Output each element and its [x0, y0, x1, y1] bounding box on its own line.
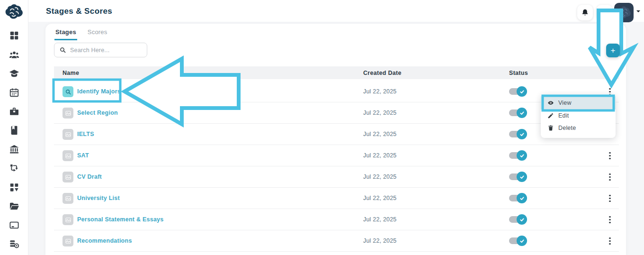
- stage-name-link[interactable]: Personal Statement & Essays: [77, 216, 164, 223]
- stage-name-link[interactable]: IELTS: [77, 131, 94, 137]
- created-date: Jul 22, 2025: [363, 216, 397, 223]
- sidebar-item-dashboard-icon[interactable]: [9, 30, 19, 41]
- row-actions-kebab-icon[interactable]: [605, 230, 615, 252]
- avatar-dropdown-caret-icon[interactable]: [636, 10, 640, 14]
- table-row: Select Region Jul 22, 2025: [54, 102, 619, 124]
- table-row: SAT Jul 22, 2025: [54, 145, 619, 166]
- stage-image-icon: [63, 236, 73, 246]
- pencil-icon: [547, 112, 554, 119]
- stage-name-link[interactable]: Recommendations: [77, 237, 132, 244]
- sidebar-item-bank-icon[interactable]: [9, 144, 19, 155]
- table-row: CV Draft Jul 22, 2025: [54, 166, 619, 188]
- status-toggle[interactable]: [509, 236, 527, 246]
- column-header-status: Status: [509, 70, 528, 76]
- table-row: IELTS Jul 22, 2025: [54, 124, 619, 145]
- sidebar-item-folder-icon[interactable]: [9, 201, 19, 211]
- stage-image-icon: [63, 150, 73, 161]
- sidebar-item-users-icon[interactable]: [9, 49, 19, 60]
- created-date: Jul 22, 2025: [363, 173, 397, 180]
- row-actions-kebab-icon[interactable]: [605, 188, 615, 209]
- table-header: NameCreated DateStatus: [54, 66, 619, 79]
- stage-name-link[interactable]: University List: [77, 195, 120, 201]
- table-row: Personal Statement & Essays Jul 22, 2025: [54, 209, 619, 230]
- menu-item-view[interactable]: View: [541, 96, 616, 109]
- stage-name-link[interactable]: Select Region: [77, 109, 118, 116]
- sidebar-item-calendar-icon[interactable]: [9, 87, 19, 98]
- toggle-knob-check-icon: [517, 193, 527, 203]
- stage-image-icon: [63, 129, 73, 140]
- search-input[interactable]: [70, 47, 146, 54]
- created-date: Jul 22, 2025: [363, 195, 397, 201]
- stage-image-icon: [63, 172, 73, 182]
- toggle-knob-check-icon: [517, 236, 527, 246]
- created-date: Jul 22, 2025: [363, 152, 397, 159]
- sidebar: [0, 0, 28, 255]
- menu-item-label: Delete: [558, 125, 576, 131]
- stages-scores-page: { "page_title": "Stages & Scores", "tabs…: [0, 0, 644, 255]
- menu-item-label: Edit: [558, 112, 569, 119]
- status-toggle[interactable]: [509, 193, 527, 203]
- status-toggle[interactable]: [509, 214, 527, 225]
- store-button[interactable]: [597, 5, 612, 20]
- menu-item-delete[interactable]: Delete: [541, 122, 616, 134]
- toggle-knob-check-icon: [517, 214, 527, 225]
- trash-icon: [547, 125, 554, 131]
- menu-item-label: View: [558, 100, 572, 106]
- page-title: Stages & Scores: [46, 7, 112, 16]
- status-toggle[interactable]: [509, 108, 527, 118]
- add-stage-button[interactable]: +: [606, 44, 620, 57]
- created-date: Jul 22, 2025: [363, 131, 397, 137]
- sidebar-item-card-icon[interactable]: [9, 220, 19, 230]
- eye-icon: [547, 100, 554, 106]
- tabs: StagesScores: [54, 27, 108, 40]
- tab-stages[interactable]: Stages: [54, 27, 77, 40]
- sidebar-item-inventory-icon[interactable]: [9, 106, 19, 117]
- row-actions-kebab-icon[interactable]: [605, 166, 615, 188]
- search-icon: [59, 46, 66, 54]
- stage-name-link[interactable]: CV Draft: [77, 173, 102, 180]
- sidebar-item-modules-icon[interactable]: [9, 182, 19, 192]
- table-row: Identify Majors Jul 22, 2025: [54, 81, 619, 102]
- status-toggle[interactable]: [509, 172, 527, 182]
- column-header-name: Name: [63, 70, 79, 76]
- created-date: Jul 22, 2025: [363, 237, 397, 244]
- table-row: Recommendations Jul 22, 2025: [54, 230, 619, 252]
- created-date: Jul 22, 2025: [363, 88, 397, 95]
- user-avatar[interactable]: [614, 3, 634, 22]
- toggle-knob-check-icon: [517, 129, 527, 139]
- table-row: University List Jul 22, 2025: [54, 188, 619, 209]
- row-actions-kebab-icon[interactable]: [605, 145, 615, 166]
- sidebar-item-graduation-icon[interactable]: [9, 68, 19, 79]
- stage-name-link[interactable]: Identify Majors: [77, 88, 121, 95]
- search-box: [54, 43, 147, 57]
- stages-card: StagesScores NameCreated DateStatus Iden…: [45, 24, 626, 255]
- column-header-created-date: Created Date: [363, 70, 402, 76]
- app-logo-brain-icon[interactable]: [4, 3, 24, 21]
- menu-item-edit[interactable]: Edit: [541, 109, 616, 122]
- row-actions-kebab-icon[interactable]: [605, 209, 615, 230]
- status-toggle[interactable]: [509, 150, 527, 161]
- notifications-bell-button[interactable]: [577, 5, 593, 20]
- toggle-knob-check-icon: [517, 86, 527, 97]
- stage-image-icon: [63, 108, 73, 118]
- toggle-knob-check-icon: [517, 172, 527, 182]
- stage-image-icon: [63, 193, 73, 204]
- stage-rows: Identify Majors Jul 22, 2025 Select Regi…: [54, 81, 619, 252]
- toggle-knob-check-icon: [517, 108, 527, 118]
- sidebar-nav: [0, 30, 28, 249]
- status-toggle[interactable]: [509, 129, 527, 139]
- sidebar-item-finance-icon[interactable]: [9, 239, 19, 249]
- status-toggle[interactable]: [509, 86, 527, 97]
- stage-search-icon: [63, 86, 73, 97]
- sidebar-item-book-icon[interactable]: [9, 125, 19, 136]
- stage-image-icon: [63, 214, 73, 225]
- toggle-knob-check-icon: [517, 150, 527, 161]
- tab-scores[interactable]: Scores: [87, 27, 108, 40]
- sidebar-item-workflow-icon[interactable]: [9, 163, 19, 173]
- created-date: Jul 22, 2025: [363, 109, 397, 116]
- row-context-menu: ViewEditDelete: [541, 94, 616, 138]
- stage-name-link[interactable]: SAT: [77, 152, 89, 159]
